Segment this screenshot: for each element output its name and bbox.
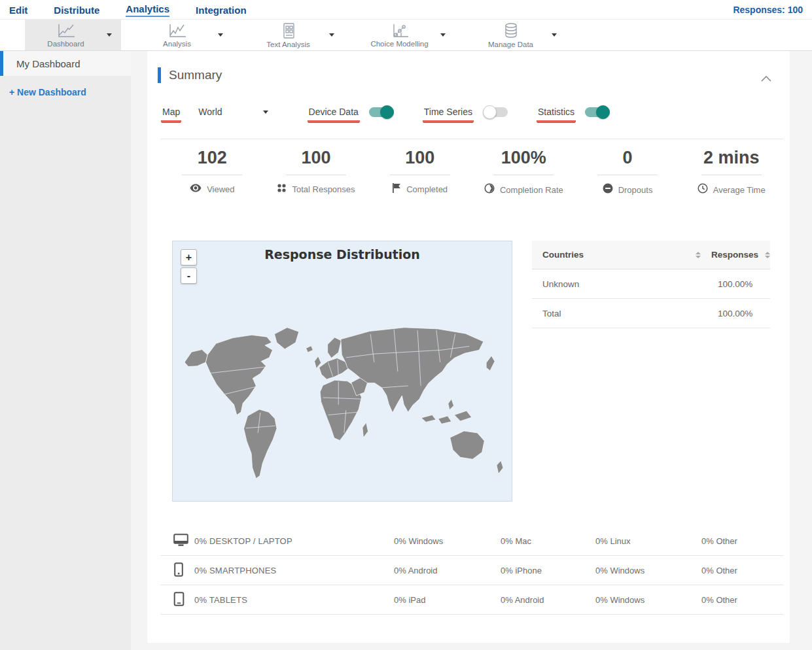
clock-icon bbox=[697, 183, 713, 196]
scatter-chart-icon bbox=[390, 23, 410, 39]
map-region-philippines bbox=[448, 399, 454, 410]
divider bbox=[701, 175, 762, 175]
stat-label: Completed bbox=[406, 184, 448, 194]
device-data-label: Device Data bbox=[309, 107, 359, 117]
new-dashboard-button[interactable]: + New Dashboard bbox=[0, 87, 131, 97]
toolbar-item-label: Choice Modelling bbox=[370, 40, 428, 48]
column-header-responses[interactable]: Responses bbox=[711, 250, 758, 260]
chevron-down-icon[interactable] bbox=[552, 33, 557, 37]
stat-value: 100 bbox=[301, 148, 330, 168]
device-cell: 0% Android bbox=[394, 566, 501, 575]
column-header-countries[interactable]: Countries bbox=[542, 250, 696, 260]
stats-row: 102 Viewed 100 Total Responses 100 bbox=[160, 148, 783, 196]
countries-table: Countries Responses Unknown 100.00% Tota… bbox=[532, 241, 770, 328]
toolbar-item-analysis[interactable]: Analysis bbox=[136, 20, 232, 50]
summary-controls: Map World Device Data Time Series Statis… bbox=[162, 102, 610, 122]
sidebar-item-my-dashboard[interactable]: My Dashboard bbox=[0, 51, 131, 76]
nav-item-edit[interactable]: Edit bbox=[9, 3, 27, 16]
device-cell: 0% Linux bbox=[595, 536, 701, 546]
stat-label: Viewed bbox=[207, 184, 234, 194]
analytics-toolbar: Dashboard Analysis bbox=[0, 20, 812, 51]
time-series-toggle[interactable] bbox=[483, 107, 508, 117]
responses-count: Responses: 100 bbox=[733, 5, 803, 15]
desktop-icon bbox=[173, 534, 194, 549]
nav-item-integration[interactable]: Integration bbox=[196, 3, 247, 16]
sidebar-gap bbox=[131, 51, 147, 650]
smartphone-icon bbox=[173, 562, 194, 579]
chevron-down-icon[interactable] bbox=[107, 33, 112, 37]
stat-completion-rate: 100% Completion Rate bbox=[472, 148, 576, 196]
dots-grid-icon bbox=[277, 183, 292, 196]
accent-bar bbox=[158, 67, 161, 83]
map-region-iceland bbox=[306, 346, 313, 352]
chevron-down-icon[interactable] bbox=[440, 33, 446, 37]
statistics-toggle[interactable] bbox=[585, 107, 610, 117]
chevron-down-icon[interactable] bbox=[218, 33, 223, 37]
map-region-greenland bbox=[274, 328, 298, 349]
map-region-australia bbox=[450, 431, 485, 459]
toggle-knob bbox=[596, 105, 610, 119]
map-region-south-america bbox=[244, 409, 277, 479]
flag-icon bbox=[392, 183, 406, 196]
summary-card: Summary Map World Device Data Time Serie… bbox=[147, 51, 790, 643]
chevron-down-icon bbox=[263, 111, 268, 114]
stat-value: 102 bbox=[198, 148, 227, 168]
device-cell: 0% Other bbox=[701, 536, 783, 546]
nav-item-distribute[interactable]: Distribute bbox=[54, 3, 99, 16]
toolbar-item-dashboard[interactable]: Dashboard bbox=[25, 20, 121, 50]
line-chart-icon bbox=[168, 23, 187, 39]
contrast-icon bbox=[484, 183, 500, 196]
countries-table-header: Countries Responses bbox=[532, 241, 770, 269]
chevron-down-icon[interactable] bbox=[329, 33, 334, 37]
stat-value: 2 mins bbox=[703, 148, 760, 168]
map-region-indonesia bbox=[438, 416, 451, 424]
table-row: Unknown 100.00% bbox=[532, 269, 770, 299]
map-region-indonesia bbox=[421, 415, 436, 422]
world-map[interactable] bbox=[173, 271, 512, 500]
map-region-new-guinea bbox=[454, 411, 472, 421]
time-series-label: Time Series bbox=[424, 107, 472, 117]
nav-item-analytics[interactable]: Analytics bbox=[126, 2, 169, 17]
stat-dropouts: 0 Dropouts bbox=[576, 148, 680, 196]
map-zoom-in-button[interactable]: + bbox=[181, 249, 197, 265]
toolbar-item-text-analysis[interactable]: Text Analysis bbox=[247, 20, 344, 50]
sort-icon[interactable] bbox=[765, 252, 770, 258]
stat-label: Dropouts bbox=[618, 185, 653, 195]
divider bbox=[182, 175, 242, 175]
device-category: 0% SMARTPHONES bbox=[194, 566, 394, 575]
table-row-smartphones: 0% SMARTPHONES 0% Android 0% iPhone 0% W… bbox=[160, 556, 783, 585]
stat-completed: 100 Completed bbox=[368, 148, 472, 196]
toggle-knob bbox=[380, 105, 394, 119]
map-region-asia bbox=[341, 328, 484, 413]
stat-label: Average Time bbox=[713, 185, 766, 195]
document-grid-icon bbox=[281, 22, 296, 39]
toolbar-item-choice-modelling[interactable]: Choice Modelling bbox=[359, 20, 455, 50]
sidebar-item-label: My Dashboard bbox=[16, 58, 80, 69]
map-region-select[interactable]: World bbox=[198, 107, 268, 117]
table-row-desktop: 0% DESKTOP / LAPTOP 0% Windows 0% Mac 0%… bbox=[160, 526, 783, 556]
map-region-new-zealand bbox=[497, 460, 503, 473]
device-cell: 0% Other bbox=[701, 566, 783, 575]
toolbar-item-label: Analysis bbox=[163, 40, 191, 48]
stat-value: 100% bbox=[501, 148, 546, 168]
map-region-scandinavia bbox=[328, 337, 342, 358]
chevron-up-icon[interactable] bbox=[761, 73, 771, 84]
sort-icon[interactable] bbox=[696, 252, 701, 258]
toolbar-item-label: Manage Data bbox=[488, 41, 533, 48]
toggle-knob bbox=[483, 105, 497, 119]
summary-header: Summary bbox=[158, 67, 222, 83]
device-cell: 0% Windows bbox=[394, 536, 501, 546]
eye-icon bbox=[190, 183, 207, 195]
map-region-madagascar bbox=[362, 422, 368, 437]
country-value: 100.00% bbox=[718, 309, 752, 318]
stat-label: Completion Rate bbox=[500, 185, 563, 195]
table-row: Total 100.00% bbox=[532, 299, 770, 328]
divider bbox=[597, 175, 658, 175]
summary-title: Summary bbox=[169, 68, 222, 82]
divider bbox=[493, 175, 554, 175]
device-data-toggle[interactable] bbox=[369, 107, 394, 117]
toolbar-item-manage-data[interactable]: Manage Data bbox=[470, 20, 566, 50]
map-region-japan bbox=[486, 356, 495, 371]
response-distribution-map[interactable]: Response Distribution + - bbox=[172, 241, 512, 502]
table-row-tablets: 0% TABLETS 0% iPad 0% Android 0% Windows… bbox=[160, 585, 783, 615]
